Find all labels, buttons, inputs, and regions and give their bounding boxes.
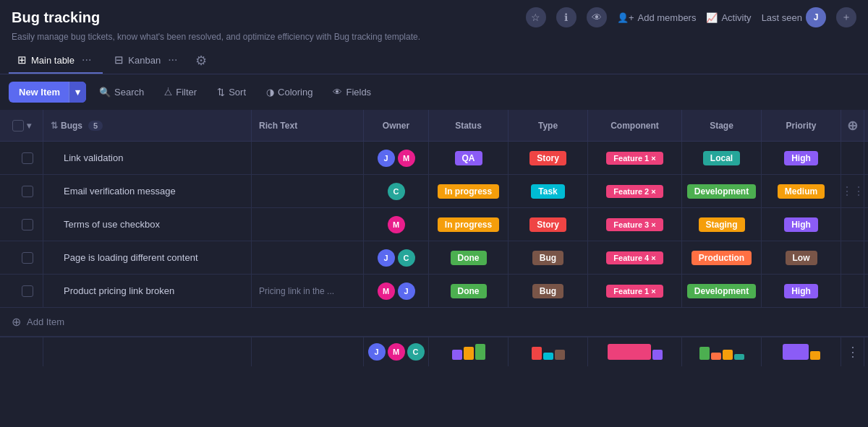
row-stage-cell[interactable]: Staging: [682, 208, 762, 241]
row-status-cell[interactable]: In progress: [429, 208, 509, 241]
coloring-button[interactable]: ◑ Coloring: [259, 82, 320, 102]
bar-red: [532, 347, 542, 360]
row-rich-cell[interactable]: [252, 175, 364, 207]
row-rich-cell[interactable]: [252, 142, 364, 174]
bar-purple3: [783, 344, 809, 360]
row-rich-cell[interactable]: [252, 208, 364, 241]
row-expand-icon[interactable]: ▾: [27, 121, 31, 131]
row-priority-cell[interactable]: Medium: [762, 175, 841, 207]
row-status-cell[interactable]: Done: [429, 275, 509, 307]
owner-avatar[interactable]: M: [388, 216, 405, 233]
bar-teal: [734, 354, 744, 360]
row-component-cell[interactable]: Feature 3 ×: [588, 208, 682, 241]
row-check-cell: ⠿: [0, 142, 43, 174]
owner-avatar[interactable]: C: [388, 183, 405, 200]
new-item-button[interactable]: New Item ▾: [9, 82, 86, 103]
last-seen-button[interactable]: Last seen J: [762, 7, 826, 27]
row-rich-cell[interactable]: Pricing link in the ...: [252, 275, 364, 307]
filter-button[interactable]: ⧊ Filter: [157, 82, 204, 103]
col-check-header: ▾: [0, 110, 43, 141]
activity-button[interactable]: 📈 Activity: [706, 12, 751, 23]
row-priority-cell[interactable]: High: [762, 208, 841, 241]
bar-pink-wide: [608, 344, 651, 360]
search-button[interactable]: 🔍 Search: [92, 82, 151, 102]
row-type-cell[interactable]: Story: [509, 142, 588, 174]
add-column-icon[interactable]: ⊕: [847, 118, 858, 134]
row-type-cell[interactable]: Bug: [509, 241, 588, 274]
fields-button[interactable]: 👁 Fields: [326, 82, 378, 102]
row-name-cell[interactable]: ⠿ Page is loading different content: [43, 241, 252, 274]
table-row[interactable]: ⠿ ⠿ Page is loading different content JC…: [0, 241, 868, 275]
row-priority-cell[interactable]: High: [762, 275, 841, 307]
row-component-cell[interactable]: Feature 2 ×: [588, 175, 682, 207]
owner-avatar[interactable]: M: [378, 282, 395, 300]
type-summary-bars: [532, 344, 565, 360]
main-table-more-icon[interactable]: ···: [79, 53, 94, 66]
tab-main-table[interactable]: ⊞ Main table ···: [9, 48, 103, 74]
row-type-cell[interactable]: Bug: [509, 275, 588, 307]
row-stage-cell[interactable]: Production: [682, 241, 762, 274]
col-type-header: Type: [509, 110, 588, 141]
tab-kanban[interactable]: ⊟ Kanban ···: [106, 48, 189, 74]
star-icon[interactable]: ☆: [526, 7, 546, 27]
table-row[interactable]: ⠿ ⠿ Link validation JMQAStoryFeature 1 ×…: [0, 142, 868, 175]
row-rich-cell[interactable]: [252, 241, 364, 274]
add-icon[interactable]: ＋: [836, 7, 856, 27]
status-summary-bars: [452, 344, 485, 360]
owner-avatar[interactable]: J: [398, 282, 415, 300]
summary-status-cell: [429, 337, 509, 366]
summary-more-icon[interactable]: ⋮: [846, 344, 859, 360]
row-checkbox[interactable]: [22, 186, 33, 197]
add-members-icon: 👤+: [617, 12, 634, 23]
row-type-cell[interactable]: Story: [509, 208, 588, 241]
add-item-row[interactable]: ⊕ Add Item: [0, 308, 868, 337]
owner-avatar[interactable]: M: [398, 150, 415, 167]
table-body: ⠿ ⠿ Link validation JMQAStoryFeature 1 ×…: [0, 142, 868, 308]
info-icon[interactable]: ℹ: [556, 7, 576, 27]
add-members-button[interactable]: 👤+ Add members: [617, 12, 697, 23]
row-more-icon[interactable]: ⋮⋮: [841, 184, 864, 198]
owner-avatar[interactable]: J: [378, 249, 395, 267]
row-name-cell[interactable]: ⠿ Terms of use checkbox: [43, 208, 252, 241]
row-type-cell[interactable]: Task: [509, 175, 588, 207]
summary-check-cell: [0, 337, 43, 366]
row-status-cell[interactable]: QA: [429, 142, 509, 174]
table-row[interactable]: ⠿ ⠿ Terms of use checkbox MIn progressSt…: [0, 208, 868, 241]
row-checkbox[interactable]: [22, 252, 33, 264]
stage-chip: Development: [687, 284, 756, 298]
row-status-cell[interactable]: Done: [429, 241, 509, 274]
row-stage-cell[interactable]: Development: [682, 175, 762, 207]
row-name-cell[interactable]: ⠿ Link validation: [43, 142, 252, 174]
settings-icon[interactable]: ⚙: [195, 53, 207, 69]
select-all-checkbox[interactable]: [12, 120, 24, 131]
row-stage-cell[interactable]: Local: [682, 142, 762, 174]
row-priority-cell[interactable]: High: [762, 142, 841, 174]
row-drag-cell: [841, 275, 864, 307]
summary-more-cell[interactable]: ⋮: [841, 337, 864, 366]
row-component-cell[interactable]: Feature 1 ×: [588, 275, 682, 307]
row-status-cell[interactable]: In progress: [429, 175, 509, 207]
table-row[interactable]: ⠿ ⠿ Product pricing link broken Pricing …: [0, 275, 868, 308]
sort-bugs-icon[interactable]: ⇅: [51, 121, 58, 131]
row-component-cell[interactable]: Feature 4 ×: [588, 241, 682, 274]
tab-kanban-label: Kanban: [128, 55, 161, 66]
row-stage-cell[interactable]: Development: [682, 275, 762, 307]
table-row[interactable]: ⠿ ⠿ Email verification message CIn progr…: [0, 175, 868, 208]
col-add-header[interactable]: ⊕: [841, 110, 864, 141]
row-name-cell[interactable]: ⠿ Email verification message: [43, 175, 252, 207]
row-checkbox[interactable]: [22, 152, 33, 164]
row-checkbox[interactable]: [22, 285, 33, 297]
eye-icon[interactable]: 👁: [587, 7, 607, 27]
row-component-cell[interactable]: Feature 1 ×: [588, 142, 682, 174]
status-chip: Done: [451, 284, 487, 298]
row-checkbox[interactable]: [22, 219, 33, 230]
new-item-caret[interactable]: ▾: [69, 82, 86, 103]
owner-avatar[interactable]: J: [378, 150, 395, 167]
owner-avatar[interactable]: C: [398, 249, 415, 267]
row-priority-cell[interactable]: Low: [762, 241, 841, 274]
sort-button[interactable]: ⇅ Sort: [210, 82, 253, 102]
stage-summary-bars: [699, 344, 744, 360]
priority-chip: Medium: [778, 184, 825, 199]
kanban-more-icon[interactable]: ···: [165, 53, 180, 66]
row-name-cell[interactable]: ⠿ Product pricing link broken: [43, 275, 252, 307]
